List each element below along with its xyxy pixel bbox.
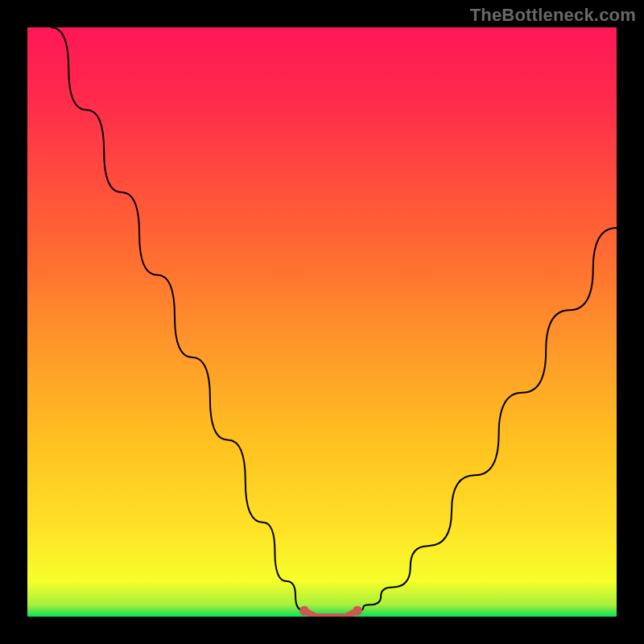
curve-path xyxy=(51,27,617,617)
chart-frame: TheBottleneck.com xyxy=(0,0,644,644)
valley-dot-left xyxy=(299,606,309,616)
watermark: TheBottleneck.com xyxy=(470,5,636,26)
bottleneck-curve xyxy=(27,27,617,617)
plot-area xyxy=(27,27,617,617)
valley-highlight xyxy=(304,611,357,617)
valley-dot-right xyxy=(353,606,362,616)
